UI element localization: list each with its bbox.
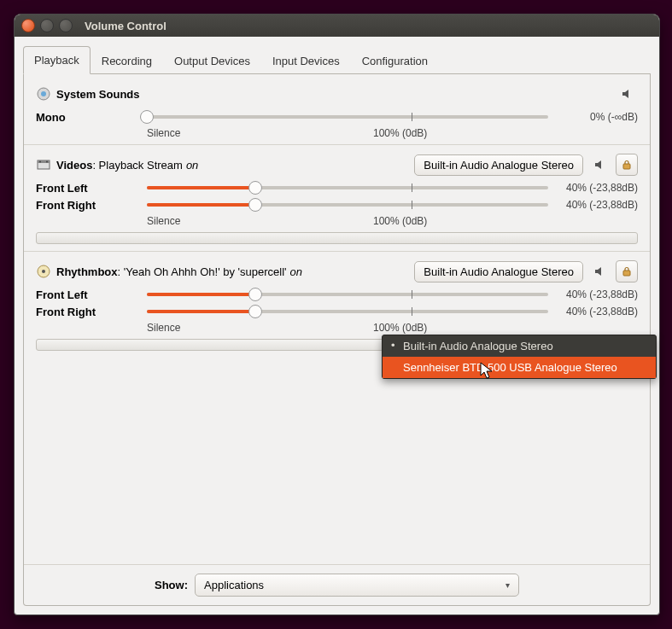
channel-label: Front Left (36, 182, 138, 195)
scale-row: Silence 100% (0dB) (147, 215, 548, 227)
channel-label: Mono (36, 111, 138, 124)
window-maximize-button[interactable] (59, 19, 73, 32)
stream-system-sounds: System Sounds Mono (24, 74, 650, 145)
device-select-videos[interactable]: Built-in Audio Analogue Stereo (414, 154, 583, 176)
popup-option-builtin[interactable]: Built-in Audio Analogue Stereo (383, 335, 656, 357)
channel-front-right: Front Right 40% (-23,88dB) (36, 305, 638, 318)
stream-list: System Sounds Mono (24, 74, 650, 564)
tab-input-devices[interactable]: Input Devices (261, 47, 351, 74)
svg-rect-9 (623, 271, 630, 276)
scale-row: Silence 100% (0dB) (147, 322, 548, 334)
mute-button[interactable] (588, 260, 611, 282)
chevron-down-icon: ▾ (505, 580, 510, 590)
volume-readout: 40% (-23,88dB) (557, 288, 638, 300)
scale-100db: 100% (0dB) (373, 127, 427, 139)
scale-100db: 100% (0dB) (373, 322, 427, 334)
device-select-rhythmbox[interactable]: Built-in Audio Analogue Stereo (414, 261, 583, 282)
channel-front-left: Front Left 40% (-23,88dB) (36, 181, 638, 195)
volume-slider-mono[interactable] (147, 110, 548, 124)
tab-playback[interactable]: Playback (23, 46, 91, 74)
stream-name: Rhythmbox (56, 265, 118, 278)
content-area: Playback Recording Output Devices Input … (15, 37, 659, 614)
stream-title: : Playback Stream (92, 159, 183, 172)
scale-silence: Silence (147, 127, 180, 139)
tab-configuration[interactable]: Configuration (351, 47, 439, 74)
channel-label: Front Left (36, 288, 138, 301)
volume-readout: 40% (-23,88dB) (557, 199, 638, 211)
volume-readout: 40% (-23,88dB) (557, 182, 638, 194)
stream-name: Videos (56, 159, 92, 172)
on-label: on (290, 265, 302, 278)
svg-point-4 (39, 161, 41, 163)
scale-row: Silence 100% (0dB) (147, 127, 548, 139)
titlebar: Volume Control (15, 15, 659, 37)
on-label: on (186, 159, 198, 172)
stream-videos: Videos : Playback Stream on Built-in Aud… (24, 145, 650, 252)
system-sounds-icon (36, 86, 51, 102)
popup-option-sennheiser[interactable]: Sennheiser BTD 500 USB Analogue Stereo (383, 357, 656, 378)
channel-label: Front Right (36, 199, 138, 212)
show-filter-combo[interactable]: Applications ▾ (195, 574, 519, 597)
lock-channels-button[interactable] (616, 260, 638, 282)
volume-readout: 40% (-23,88dB) (557, 306, 638, 317)
lock-channels-button[interactable] (616, 154, 638, 176)
device-select-popup[interactable]: Built-in Audio Analogue Stereo Sennheise… (382, 335, 657, 379)
vu-meter (36, 232, 638, 244)
tab-recording[interactable]: Recording (91, 47, 163, 74)
window-close-button[interactable] (21, 19, 35, 32)
channel-front-left: Front Left 40% (-23,88dB) (36, 288, 638, 301)
window: Volume Control Playback Recording Output… (14, 14, 660, 615)
volume-readout: 0% (-∞dB) (557, 111, 638, 123)
mute-button[interactable] (588, 154, 611, 176)
volume-slider-fl[interactable] (147, 181, 548, 195)
svg-point-8 (42, 270, 45, 273)
scale-100db: 100% (0dB) (373, 215, 427, 227)
channel-front-right: Front Right 40% (-23,88dB) (36, 198, 638, 212)
svg-point-1 (41, 91, 46, 96)
volume-slider-fl[interactable] (147, 288, 548, 301)
window-minimize-button[interactable] (40, 19, 54, 32)
volume-slider-fr[interactable] (147, 305, 548, 318)
volume-slider-fr[interactable] (147, 198, 548, 212)
stream-title: : 'Yeah Oh Ahhh Oh!' by 'supercell' (118, 265, 287, 278)
svg-point-5 (46, 161, 48, 163)
show-filter-value: Applications (204, 579, 264, 591)
scale-silence: Silence (147, 215, 180, 227)
tab-bar: Playback Recording Output Devices Input … (23, 45, 651, 74)
scale-silence: Silence (147, 322, 180, 334)
rhythmbox-app-icon (36, 264, 51, 279)
stream-name: System Sounds (56, 88, 140, 101)
show-label: Show: (155, 579, 188, 591)
channel-label: Front Right (36, 306, 138, 318)
window-title: Volume Control (85, 20, 167, 32)
mute-button[interactable] (616, 83, 638, 105)
videos-app-icon (36, 157, 51, 172)
bottom-bar: Show: Applications ▾ (24, 564, 650, 605)
svg-rect-6 (623, 164, 630, 169)
tab-output-devices[interactable]: Output Devices (163, 47, 261, 74)
channel-mono: Mono 0% (-∞dB) (36, 110, 638, 124)
